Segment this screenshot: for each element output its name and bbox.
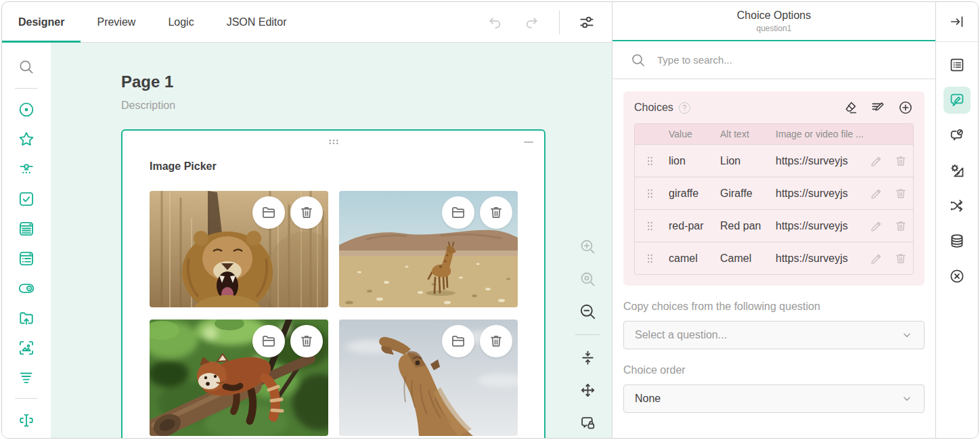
page-title[interactable]: Page 1 — [121, 72, 612, 91]
toolbox-divider-bottom — [15, 398, 38, 399]
choice-file-link[interactable]: https://surveyjs — [772, 220, 864, 232]
delete-choice-icon[interactable] — [893, 218, 909, 234]
add-choice-icon[interactable] — [897, 100, 914, 116]
edit-choice-icon[interactable] — [868, 185, 885, 202]
edit-choice-icon[interactable] — [868, 153, 885, 169]
design-canvas: Page 1 Description Image Picker — [51, 43, 612, 439]
choice-row: camel Camel https://surveyjs — [635, 242, 913, 274]
delete-image-button[interactable] — [290, 325, 323, 357]
clear-choices-icon[interactable] — [842, 100, 858, 116]
help-icon[interactable]: ? — [679, 102, 690, 114]
tab-json-editor[interactable]: JSON Editor — [210, 2, 303, 42]
category-layout-icon[interactable] — [943, 157, 971, 184]
toolbox-file-upload-icon[interactable] — [13, 305, 40, 332]
choose-image-button[interactable] — [252, 196, 285, 229]
category-logic-icon[interactable] — [943, 192, 971, 219]
delete-image-button[interactable] — [290, 196, 323, 229]
copy-choices-select[interactable]: Select a question... — [623, 321, 925, 349]
row-drag-handle-icon[interactable] — [646, 188, 654, 199]
copy-choices-value: Select a question... — [635, 329, 727, 341]
toolbox-checkbox-icon[interactable] — [13, 185, 40, 213]
category-general-icon[interactable] — [943, 51, 971, 79]
strip-icon-list — [943, 42, 971, 294]
designer-body: Page 1 Description Image Picker — [2, 43, 612, 439]
toolbox-dropdown-icon[interactable] — [13, 215, 40, 242]
category-data-icon[interactable] — [943, 227, 971, 255]
question-drag-handle-icon[interactable] — [328, 138, 339, 146]
edit-choice-icon[interactable] — [868, 218, 885, 234]
delete-image-button[interactable] — [480, 325, 512, 357]
settings-sliders-icon[interactable] — [577, 12, 597, 32]
toolbox-radiogroup-icon[interactable] — [13, 96, 40, 123]
zoom-reset-icon[interactable] — [578, 269, 598, 289]
category-validation-icon[interactable] — [943, 263, 971, 290]
choice-alt-text[interactable]: Giraffe — [716, 188, 772, 200]
category-choices-icon[interactable] — [943, 87, 971, 114]
tab-logic[interactable]: Logic — [152, 2, 210, 42]
choices-actions — [842, 100, 914, 116]
category-show-hide-icon[interactable] — [943, 122, 971, 149]
tab-designer[interactable]: Designer — [2, 2, 81, 42]
main-column: Designer Preview Logic JSON Editor — [2, 2, 612, 439]
delete-image-button[interactable] — [480, 196, 512, 229]
edit-choice-icon[interactable] — [868, 250, 885, 267]
image-actions — [442, 325, 512, 357]
copy-choices-label: Copy choices from the following question — [623, 301, 925, 313]
delete-choice-icon[interactable] — [893, 153, 909, 169]
toolbox-image-picker-icon[interactable] — [13, 334, 40, 361]
search-input[interactable] — [656, 53, 918, 66]
choice-alt-text[interactable]: Red pan — [716, 220, 772, 232]
question-title[interactable]: Image Picker — [150, 160, 544, 173]
image-picker-question-card[interactable]: Image Picker — [121, 129, 545, 439]
choice-row: giraffe Giraffe https://surveyjs — [635, 177, 913, 209]
choice-file-link[interactable]: https://surveyjs — [772, 155, 864, 167]
choice-image-giraffe[interactable] — [339, 191, 518, 307]
toolbox-slider-icon[interactable] — [13, 156, 40, 183]
tab-preview[interactable]: Preview — [81, 2, 152, 42]
zoom-out-icon[interactable] — [578, 302, 598, 322]
choice-alt-text[interactable]: Lion — [716, 155, 772, 167]
image-actions — [252, 325, 323, 357]
choose-image-button[interactable] — [442, 325, 474, 357]
choose-image-button[interactable] — [442, 196, 474, 229]
tab-json-editor-label: JSON Editor — [227, 16, 287, 28]
minimize-question-icon[interactable] — [524, 141, 533, 143]
edit-choices-text-icon[interactable] — [870, 100, 886, 116]
collapse-all-icon[interactable] — [578, 348, 598, 368]
choice-value[interactable]: red-par — [665, 220, 716, 232]
redo-icon[interactable] — [522, 12, 542, 32]
page-description[interactable]: Description — [121, 100, 612, 112]
choice-value[interactable]: giraffe — [665, 188, 716, 200]
choice-order-select[interactable]: None — [623, 384, 925, 413]
zoom-in-icon[interactable] — [578, 237, 598, 257]
toolbox-rating-icon[interactable] — [13, 126, 40, 153]
row-drag-handle-icon[interactable] — [646, 156, 654, 167]
choice-image-lion[interactable] — [150, 191, 328, 307]
toolbox-tagbox-icon[interactable] — [13, 245, 40, 272]
row-drag-handle-icon[interactable] — [646, 253, 654, 264]
choice-file-link[interactable]: https://surveyjs — [772, 252, 864, 265]
choice-value[interactable]: lion — [665, 155, 716, 167]
collapse-panel-icon[interactable] — [943, 8, 971, 35]
canvas-controls-rail — [574, 237, 601, 433]
row-drag-handle-icon[interactable] — [646, 221, 654, 232]
choice-value[interactable]: camel — [665, 252, 716, 265]
choice-alt-text[interactable]: Camel — [716, 252, 772, 265]
delete-choice-icon[interactable] — [893, 185, 909, 202]
delete-choice-icon[interactable] — [893, 250, 909, 267]
toolbar-actions — [485, 2, 612, 42]
choice-image-camel[interactable] — [339, 320, 518, 436]
choice-image-red-panda[interactable] — [150, 320, 328, 436]
tab-preview-label: Preview — [97, 16, 135, 28]
toolbox-search-icon[interactable] — [13, 53, 40, 81]
toolbox-boolean-icon[interactable] — [13, 275, 40, 302]
undo-icon[interactable] — [485, 12, 505, 32]
lock-questions-icon[interactable] — [578, 413, 598, 433]
expand-drag-icon[interactable] — [578, 380, 598, 400]
choice-row: red-par Red pan https://surveyjs — [635, 209, 913, 242]
choice-file-link[interactable]: https://surveyjs — [772, 188, 864, 200]
toolbox-ranking-icon[interactable] — [13, 364, 40, 391]
choose-image-button[interactable] — [252, 325, 285, 357]
toolbox-text-input-icon[interactable] — [13, 407, 40, 434]
choices-table-header: Value Alt text Image or video file ... — [635, 124, 913, 144]
